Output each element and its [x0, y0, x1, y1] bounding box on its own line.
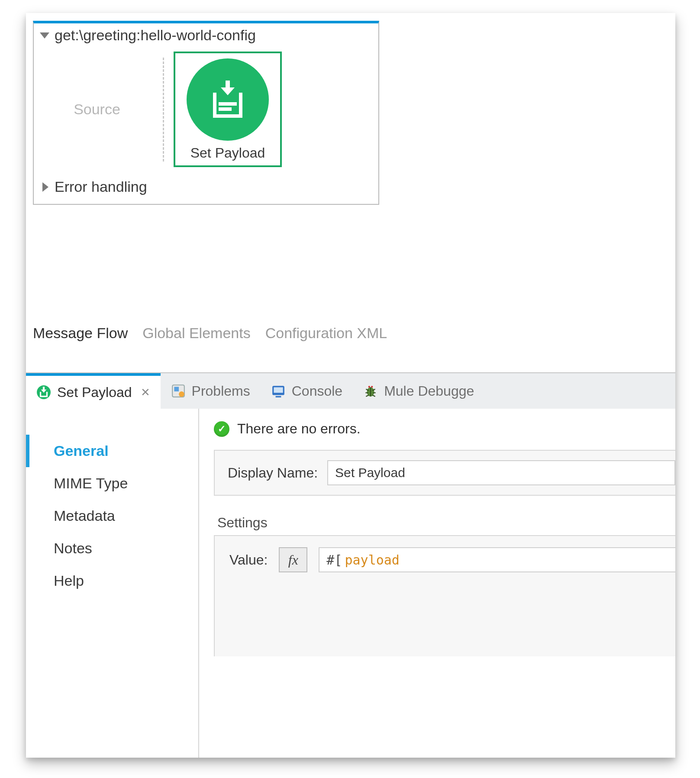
svg-point-9 — [179, 391, 184, 397]
panel-tab-console[interactable]: Console — [261, 373, 353, 409]
panel-tab-label: Problems — [192, 383, 250, 399]
status-text: There are no errors. — [237, 421, 361, 437]
expr-prefix: #[ — [326, 552, 342, 568]
panel-tab-label: Console — [292, 383, 342, 399]
tab-message-flow[interactable]: Message Flow — [33, 325, 128, 342]
panel-tabs: Set Payload ✕ Problems Console — [26, 373, 675, 409]
panel-tab-label: Mule Debugge — [384, 383, 474, 399]
tab-global-elements[interactable]: Global Elements — [142, 325, 250, 342]
svg-rect-8 — [174, 387, 179, 391]
flow-divider — [163, 58, 164, 161]
console-icon — [271, 384, 286, 398]
flow-header[interactable]: get:\greeting:hello-world-config — [34, 23, 378, 44]
problems-icon — [171, 384, 186, 398]
flow-source-slot[interactable]: Source — [41, 101, 153, 118]
display-name-input[interactable] — [327, 460, 675, 485]
ok-icon — [214, 421, 229, 437]
collapse-icon — [42, 182, 48, 192]
sidenav-item-metadata[interactable]: Metadata — [26, 500, 198, 532]
status-row: There are no errors. — [214, 421, 675, 437]
sidenav-item-mime[interactable]: MIME Type — [26, 467, 198, 500]
svg-line-19 — [366, 395, 369, 397]
tab-configuration-xml[interactable]: Configuration XML — [265, 325, 387, 342]
panel-tab-mule-debugger[interactable]: Mule Debugge — [353, 373, 484, 409]
panel-tab-label: Set Payload — [57, 384, 132, 400]
expand-icon — [40, 32, 49, 39]
set-payload-tab-icon — [36, 385, 51, 400]
sidenav-item-notes[interactable]: Notes — [26, 532, 198, 565]
flow-container: get:\greeting:hello-world-config Source — [33, 21, 379, 205]
svg-point-21 — [368, 386, 370, 387]
svg-rect-12 — [275, 396, 281, 397]
editor-tabs: Message Flow Global Elements Configurati… — [33, 325, 387, 342]
flow-title: get:\greeting:hello-world-config — [55, 27, 256, 44]
settings-card: Value: fx #[ payload — [214, 535, 675, 656]
flow-node-set-payload[interactable]: Set Payload — [174, 52, 282, 167]
bottom-panel: Set Payload ✕ Problems Console — [26, 372, 675, 758]
svg-point-22 — [371, 386, 373, 387]
settings-title: Settings — [217, 515, 675, 531]
fx-toggle-button[interactable]: fx — [279, 547, 307, 572]
properties-sidenav: General MIME Type Metadata Notes Help — [26, 409, 199, 758]
flow-node-label: Set Payload — [190, 145, 265, 161]
panel-tab-set-payload[interactable]: Set Payload ✕ — [26, 373, 161, 409]
svg-line-20 — [372, 395, 375, 397]
sidenav-item-help[interactable]: Help — [26, 565, 198, 597]
svg-marker-3 — [221, 87, 235, 95]
sidenav-item-general[interactable]: General — [26, 435, 198, 467]
expr-keyword: payload — [345, 552, 399, 568]
display-name-label: Display Name: — [228, 465, 318, 481]
error-handling-label: Error handling — [55, 178, 147, 195]
value-expression-input[interactable]: #[ payload — [319, 547, 675, 572]
close-icon[interactable]: ✕ — [141, 386, 150, 399]
error-handling-header[interactable]: Error handling — [34, 171, 378, 199]
display-name-card: Display Name: — [214, 450, 675, 496]
bug-icon — [363, 384, 378, 398]
set-payload-icon — [187, 58, 269, 141]
value-label: Value: — [229, 552, 268, 568]
svg-rect-11 — [274, 387, 283, 393]
panel-tab-problems[interactable]: Problems — [161, 373, 261, 409]
properties-content: There are no errors. Display Name: Setti… — [199, 409, 675, 758]
